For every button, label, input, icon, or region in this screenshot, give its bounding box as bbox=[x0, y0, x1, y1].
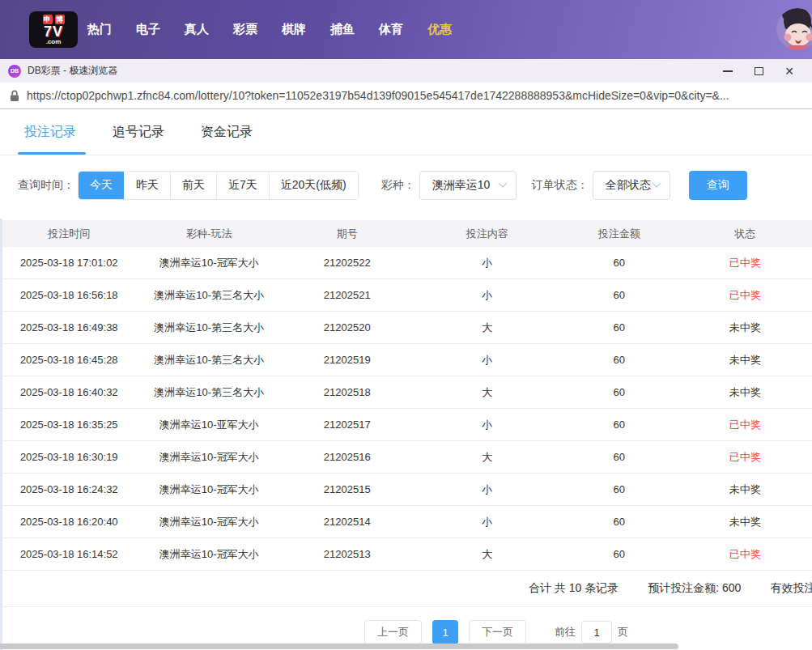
nav-item[interactable]: 热门 bbox=[87, 22, 112, 37]
cell-play: 澳洲幸运10-第三名大小 bbox=[138, 385, 281, 400]
status-select[interactable]: 全部状态 bbox=[593, 171, 670, 200]
nav-item[interactable]: 优惠 bbox=[427, 22, 452, 37]
cell-issue: 21202518 bbox=[280, 386, 414, 398]
table-row: 2025-03-18 16:20:40澳洲幸运10-冠军大小21202514小6… bbox=[0, 506, 812, 538]
window-titlebar: DB DB彩票 - 极速浏览器 ✕ bbox=[0, 59, 812, 83]
goto-page-input[interactable] bbox=[581, 621, 612, 644]
address-bar[interactable]: https://ctop02pchwp1.zfnc84.com/lottery/… bbox=[0, 83, 812, 109]
cell-time: 2025-03-18 16:35:25 bbox=[0, 418, 138, 431]
cell-issue: 21202520 bbox=[280, 321, 414, 333]
tab[interactable]: 资金记录 bbox=[201, 124, 253, 155]
tab[interactable]: 追号记录 bbox=[113, 124, 164, 155]
prev-page-button[interactable]: 上一页 bbox=[364, 620, 422, 644]
tab[interactable]: 投注记录 bbox=[24, 124, 76, 155]
time-option[interactable]: 今天 bbox=[79, 172, 124, 199]
status-filter-label: 订单状态： bbox=[532, 178, 589, 193]
window-controls: ✕ bbox=[716, 62, 812, 81]
cell-amount: 60 bbox=[560, 483, 678, 495]
maximize-button[interactable] bbox=[747, 62, 770, 81]
cell-play: 澳洲幸运10-第三名大小 bbox=[138, 353, 281, 367]
nav-item[interactable]: 捕鱼 bbox=[330, 22, 355, 37]
logo-text: 7V bbox=[33, 24, 74, 39]
lottery-select-value: 澳洲幸运10 bbox=[432, 178, 491, 193]
close-icon: ✕ bbox=[784, 66, 794, 77]
cell-status: 未中奖 bbox=[678, 385, 811, 400]
cell-time: 2025-03-18 16:45:28 bbox=[0, 354, 138, 366]
cell-content: 大 bbox=[415, 450, 561, 465]
column-header: 投注时间 bbox=[0, 227, 138, 241]
table-row: 2025-03-18 16:14:52澳洲幸运10-冠军大小21202513大6… bbox=[0, 538, 812, 571]
table-row: 2025-03-18 16:45:28澳洲幸运10-第三名大小21202519小… bbox=[0, 344, 812, 376]
goto-page-label: 前往 bbox=[555, 625, 576, 639]
nav-menu: 热门电子真人彩票棋牌捕鱼体育优惠 bbox=[87, 22, 452, 37]
query-button[interactable]: 查询 bbox=[689, 171, 747, 200]
cell-content: 大 bbox=[415, 547, 561, 562]
cell-content: 小 bbox=[415, 418, 561, 432]
cell-status: 已中奖 bbox=[678, 450, 811, 465]
next-page-button[interactable]: 下一页 bbox=[469, 620, 526, 644]
nav-item[interactable]: 彩票 bbox=[233, 22, 257, 37]
current-page-button[interactable]: 1 bbox=[432, 620, 458, 644]
nav-item[interactable]: 棋牌 bbox=[282, 22, 306, 37]
site-logo[interactable]: 申 博 7V .com bbox=[29, 11, 78, 48]
cell-status: 未中奖 bbox=[678, 482, 811, 497]
cell-content: 小 bbox=[415, 353, 561, 367]
filter-bar: 查询时间： 今天昨天前天近7天近20天(低频) 彩种： 澳洲幸运10 订单状态：… bbox=[0, 171, 812, 200]
summary-estimated: 预计投注金额: 600 bbox=[648, 581, 741, 596]
nav-item[interactable]: 体育 bbox=[379, 22, 403, 37]
cell-issue: 21202521 bbox=[280, 289, 414, 301]
cell-time: 2025-03-18 16:49:38 bbox=[0, 321, 138, 333]
nav-item[interactable]: 电子 bbox=[136, 22, 160, 37]
cell-amount: 60 bbox=[560, 548, 678, 560]
column-header: 状态 bbox=[678, 227, 811, 241]
cell-status: 未中奖 bbox=[678, 515, 811, 529]
summary-valid: 有效投注金额 bbox=[770, 581, 812, 596]
cell-amount: 60 bbox=[560, 257, 678, 269]
cell-issue: 21202516 bbox=[280, 451, 414, 463]
window-title: DB彩票 - 极速浏览器 bbox=[28, 64, 117, 78]
cell-content: 小 bbox=[415, 256, 561, 270]
time-option[interactable]: 近20天(低频) bbox=[269, 172, 358, 199]
pagination: 上一页 1 下一页 前往 页 bbox=[0, 620, 812, 644]
page-unit-label: 页 bbox=[618, 625, 628, 639]
cell-amount: 60 bbox=[560, 516, 678, 528]
cell-play: 澳洲幸运10-第三名大小 bbox=[138, 288, 281, 303]
time-option[interactable]: 近7天 bbox=[216, 172, 269, 199]
avatar-image bbox=[776, 8, 812, 50]
cell-play: 澳洲幸运10-冠军大小 bbox=[138, 547, 281, 562]
cell-status: 未中奖 bbox=[678, 321, 811, 335]
avatar[interactable] bbox=[776, 8, 812, 50]
logo-suffix: .com bbox=[33, 39, 74, 45]
summary-total: 合计 共 10 条记录 bbox=[529, 581, 619, 596]
close-button[interactable]: ✕ bbox=[778, 62, 801, 81]
time-option[interactable]: 前天 bbox=[170, 172, 216, 199]
page-content: 投注记录追号记录资金记录 查询时间： 今天昨天前天近7天近20天(低频) 彩种：… bbox=[0, 109, 812, 644]
horizontal-scrollbar[interactable] bbox=[0, 644, 678, 649]
cell-amount: 60 bbox=[560, 289, 678, 301]
cell-time: 2025-03-18 16:56:18 bbox=[0, 289, 138, 301]
cell-time: 2025-03-18 16:40:32 bbox=[0, 386, 138, 398]
cell-time: 2025-03-18 16:24:32 bbox=[0, 483, 138, 495]
nav-item[interactable]: 真人 bbox=[185, 22, 209, 37]
column-header: 投注金额 bbox=[560, 227, 678, 241]
cell-content: 小 bbox=[415, 482, 561, 497]
cell-play: 澳洲幸运10-冠军大小 bbox=[138, 450, 281, 465]
cell-play: 澳洲幸运10-亚军大小 bbox=[138, 418, 281, 432]
cell-amount: 60 bbox=[560, 418, 678, 431]
time-option[interactable]: 昨天 bbox=[124, 172, 170, 199]
cell-play: 澳洲幸运10-第三名大小 bbox=[138, 321, 281, 335]
cell-status: 已中奖 bbox=[678, 547, 811, 562]
time-filter-label: 查询时间： bbox=[18, 178, 74, 193]
lottery-select[interactable]: 澳洲幸运10 bbox=[419, 171, 517, 200]
minimize-button[interactable] bbox=[716, 62, 739, 81]
time-filter-group: 今天昨天前天近7天近20天(低频) bbox=[78, 171, 359, 200]
cell-status: 已中奖 bbox=[678, 256, 811, 270]
table-row: 2025-03-18 16:56:18澳洲幸运10-第三名大小21202521小… bbox=[0, 279, 812, 312]
table-row: 2025-03-18 17:01:02澳洲幸运10-冠军大小21202522小6… bbox=[0, 247, 812, 279]
cell-time: 2025-03-18 17:01:02 bbox=[0, 257, 138, 269]
top-nav: 申 博 7V .com 热门电子真人彩票棋牌捕鱼体育优惠 bbox=[0, 0, 812, 59]
status-select-value: 全部状态 bbox=[606, 178, 651, 193]
cell-time: 2025-03-18 16:20:40 bbox=[0, 516, 138, 528]
chevron-down-icon bbox=[498, 179, 507, 188]
cell-amount: 60 bbox=[560, 354, 678, 366]
